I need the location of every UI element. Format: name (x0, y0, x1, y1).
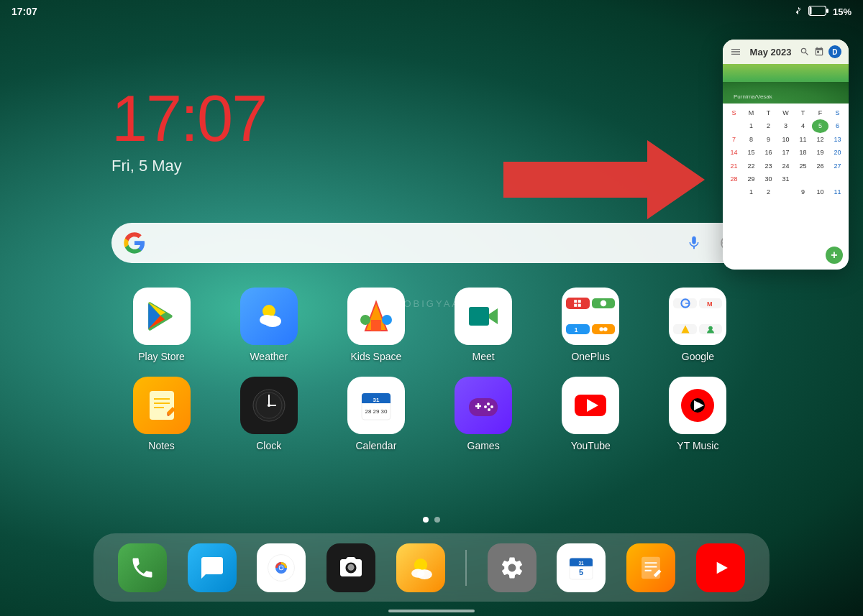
app-item-playstore[interactable]: Play Store (111, 288, 211, 362)
cal-day[interactable]: 9 (795, 185, 811, 198)
dock-camera[interactable] (327, 543, 375, 592)
dock-phone[interactable] (118, 543, 167, 592)
cal-day[interactable] (726, 119, 742, 132)
dock-youtube[interactable] (696, 543, 745, 592)
cal-day[interactable] (726, 185, 742, 198)
svg-rect-2 (826, 9, 828, 13)
cal-header-thu: T (795, 106, 811, 119)
status-bar: 17:07 15% (0, 0, 863, 23)
cal-day[interactable]: 11 (795, 133, 811, 146)
cal-day[interactable]: 19 (812, 146, 828, 159)
svg-point-12 (382, 315, 392, 325)
cal-day[interactable]: 29 (743, 173, 759, 185)
app-item-kidsspace[interactable]: Kids Space (326, 288, 426, 362)
dock-notes[interactable] (626, 543, 675, 592)
cal-day[interactable]: 13 (829, 133, 846, 146)
svg-point-60 (280, 566, 283, 569)
cal-day[interactable]: 18 (795, 146, 811, 159)
svg-point-49 (488, 408, 490, 411)
app-item-google[interactable]: M Google (648, 288, 748, 362)
cal-day[interactable]: 28 (726, 173, 742, 185)
app-item-clock[interactable]: Clock (219, 377, 319, 451)
playstore-label: Play Store (138, 351, 185, 362)
ytmusic-label: YT Music (677, 440, 718, 451)
app-item-notes[interactable]: Notes (111, 377, 211, 451)
cal-event-label: Purnima/Vesak (734, 93, 772, 100)
cal-day[interactable]: 20 (829, 146, 846, 159)
cal-day[interactable]: 15 (743, 146, 759, 159)
cal-day[interactable]: 26 (812, 160, 828, 173)
ytmusic-icon (669, 377, 726, 434)
dock-calendar[interactable]: 31 5 (557, 543, 606, 592)
svg-point-35 (268, 404, 270, 407)
svg-text:29: 29 (373, 408, 379, 415)
svg-point-46 (487, 403, 490, 405)
home-indicator[interactable] (388, 610, 475, 612)
cal-day[interactable]: 21 (726, 160, 742, 173)
app-item-ytmusic[interactable]: YT Music (648, 377, 748, 451)
cal-day[interactable]: 4 (795, 119, 811, 132)
dock-chrome[interactable] (257, 543, 306, 592)
weather-icon (240, 288, 298, 345)
cal-header-actions: D (800, 45, 841, 58)
cal-day-today[interactable]: 5 (812, 119, 828, 132)
arrow-indicator (503, 133, 705, 229)
cal-day[interactable]: 7 (726, 133, 742, 146)
svg-point-63 (416, 569, 432, 579)
app-item-weather[interactable]: Weather (219, 288, 319, 362)
cal-header-tue: T (760, 106, 777, 119)
cal-day[interactable]: 6 (829, 119, 846, 132)
cal-day[interactable]: 14 (726, 146, 742, 159)
dock-settings[interactable] (488, 543, 536, 592)
oneplus-icon: 1 (562, 288, 619, 345)
app-item-calendar[interactable]: 31 28 29 30 Calendar (326, 377, 426, 451)
cal-day[interactable]: 2 (760, 185, 777, 198)
cal-day[interactable]: 27 (829, 160, 846, 173)
app-item-meet[interactable]: Meet (434, 288, 534, 362)
cal-user-avatar[interactable]: D (828, 45, 841, 58)
page-dot-1[interactable] (423, 517, 429, 523)
bluetooth-icon (793, 5, 804, 19)
cal-day[interactable]: 23 (760, 160, 777, 173)
cal-header-fri: F (812, 106, 828, 119)
svg-marker-73 (716, 561, 727, 574)
cal-day[interactable]: 11 (829, 185, 846, 198)
cal-day[interactable]: 17 (777, 146, 794, 159)
cal-day[interactable]: 10 (777, 133, 794, 146)
playstore-icon (133, 288, 191, 345)
cal-day[interactable]: 9 (760, 133, 777, 146)
dock-messages[interactable] (188, 543, 237, 592)
google-icon: M (669, 288, 726, 345)
cal-day (777, 185, 794, 198)
svg-rect-18 (575, 304, 577, 307)
app-item-games[interactable]: Games (434, 377, 534, 451)
cal-day[interactable]: 1 (743, 119, 759, 132)
cal-day[interactable]: 22 (743, 160, 759, 173)
mic-icon[interactable] (682, 231, 706, 254)
cal-header-sat: S (829, 106, 846, 119)
cal-add-button[interactable]: + (826, 247, 843, 264)
calendar-widget[interactable]: May 2023 D Purnima/Vesak S M T W T F S 1… (723, 40, 849, 270)
cal-day[interactable]: 12 (812, 133, 828, 146)
cal-day[interactable]: 24 (777, 160, 794, 173)
status-icons: 15% (793, 5, 851, 19)
cal-day[interactable]: 30 (760, 173, 777, 185)
youtube-label: YouTube (571, 440, 611, 451)
kidsspace-label: Kids Space (351, 351, 402, 362)
cal-day[interactable]: 1 (743, 185, 759, 198)
cal-day[interactable]: 8 (743, 133, 759, 146)
dock-weather[interactable] (396, 543, 445, 592)
cal-day[interactable]: 10 (812, 185, 828, 198)
notes-icon (133, 377, 191, 434)
page-dot-2[interactable] (434, 517, 440, 523)
cal-day[interactable]: 16 (760, 146, 777, 159)
app-item-oneplus[interactable]: 1 OnePlus (541, 288, 641, 362)
cal-day[interactable]: 25 (795, 160, 811, 173)
svg-point-22 (599, 327, 603, 331)
clock-display-time: 17:07 (111, 86, 266, 151)
cal-day[interactable]: 3 (777, 119, 794, 132)
cal-day[interactable]: 31 (777, 173, 794, 185)
cal-day[interactable]: 2 (760, 119, 777, 132)
svg-point-20 (601, 300, 606, 306)
app-item-youtube[interactable]: YouTube (541, 377, 641, 451)
